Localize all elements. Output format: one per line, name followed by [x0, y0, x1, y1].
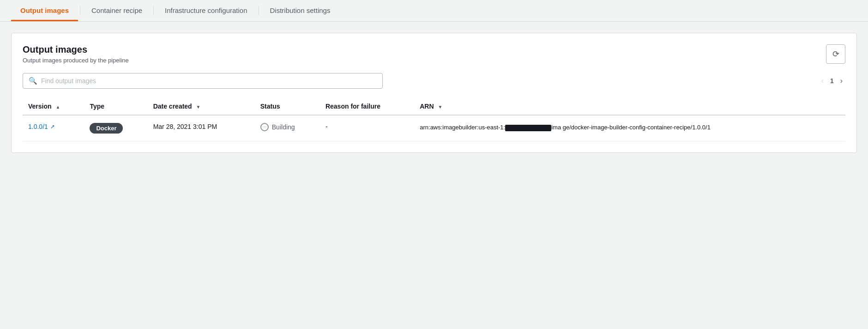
tab-divider-3	[259, 6, 259, 15]
docker-badge: Docker	[90, 123, 123, 134]
search-row: 🔍 ‹ 1 ›	[23, 73, 845, 89]
tab-infrastructure-configuration[interactable]: Infrastructure configuration	[156, 0, 256, 21]
table-header-row: Version ▲ Type Date created ▼ Status Rea	[23, 98, 845, 115]
card-header-text: Output images Output images produced by …	[23, 44, 129, 64]
search-input[interactable]	[41, 77, 377, 85]
col-version[interactable]: Version ▲	[23, 98, 84, 115]
tab-distribution-settings[interactable]: Distribution settings	[261, 0, 340, 21]
tab-container-recipe[interactable]: Container recipe	[82, 0, 151, 21]
pagination-current-page: 1	[830, 77, 834, 85]
table-body: 1.0.0/1 ➚ Docker Mar 28, 2021 3:01 PM ⋯ …	[23, 115, 845, 141]
output-images-table: Version ▲ Type Date created ▼ Status Rea	[23, 98, 845, 141]
cell-version: 1.0.0/1 ➚	[23, 115, 84, 141]
output-images-card: Output images Output images produced by …	[11, 33, 857, 153]
card-title: Output images	[23, 44, 129, 55]
search-box: 🔍	[23, 73, 383, 89]
table-header: Version ▲ Type Date created ▼ Status Rea	[23, 98, 845, 115]
sort-desc-icon-date: ▼	[196, 104, 201, 110]
refresh-icon: ⟳	[832, 49, 839, 59]
arn-text: arn:aws:imagebuilder:us-east-1:ima ge/do…	[420, 123, 840, 132]
pagination-prev-button[interactable]: ‹	[819, 75, 826, 87]
arn-redacted	[505, 125, 551, 131]
table-row: 1.0.0/1 ➚ Docker Mar 28, 2021 3:01 PM ⋯ …	[23, 115, 845, 141]
cell-type: Docker	[84, 115, 147, 141]
cell-arn: arn:aws:imagebuilder:us-east-1:ima ge/do…	[414, 115, 845, 141]
tab-output-images[interactable]: Output images	[11, 0, 78, 21]
pagination-next-button[interactable]: ›	[838, 75, 845, 87]
tabs-bar: Output images Container recipe Infrastru…	[0, 0, 868, 22]
col-type: Type	[84, 98, 147, 115]
tab-divider-1	[80, 6, 80, 15]
col-date-created[interactable]: Date created ▼	[148, 98, 255, 115]
cell-date-created: Mar 28, 2021 3:01 PM	[148, 115, 255, 141]
card-subtitle: Output images produced by the pipeline	[23, 57, 129, 64]
chevron-left-icon: ‹	[821, 77, 824, 85]
pagination: ‹ 1 ›	[819, 75, 845, 87]
search-icon: 🔍	[29, 77, 37, 85]
col-reason-for-failure: Reason for failure	[320, 98, 414, 115]
main-content: Output images Output images produced by …	[0, 22, 868, 164]
col-arn[interactable]: ARN ▼	[414, 98, 845, 115]
cell-reason-for-failure: -	[320, 115, 414, 141]
status-building: ⋯ Building	[260, 123, 314, 131]
card-header: Output images Output images produced by …	[23, 44, 845, 64]
external-link-icon: ➚	[50, 123, 55, 130]
col-status: Status	[255, 98, 320, 115]
sort-asc-icon: ▲	[55, 104, 60, 110]
tab-divider-2	[153, 6, 154, 15]
sort-desc-icon-arn: ▼	[438, 104, 442, 110]
cell-status: ⋯ Building	[255, 115, 320, 141]
chevron-right-icon: ›	[840, 77, 843, 85]
status-building-icon: ⋯	[260, 123, 269, 131]
refresh-button[interactable]: ⟳	[826, 44, 845, 64]
version-link[interactable]: 1.0.0/1 ➚	[28, 123, 78, 130]
